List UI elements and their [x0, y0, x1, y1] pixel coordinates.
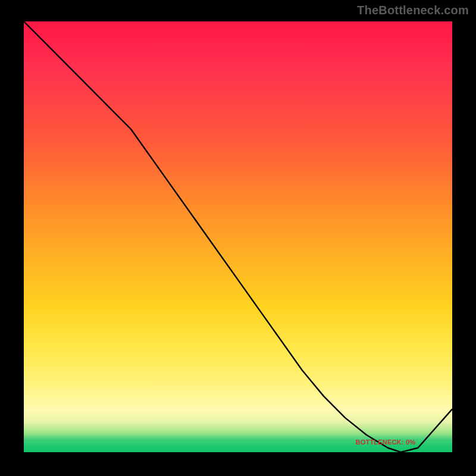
bottleneck-curve	[24, 21, 452, 452]
bottleneck-zero-label: BOTTLENECK: 0%	[356, 439, 416, 446]
plot-area: BOTTLENECK: 0%	[24, 21, 452, 452]
attribution-text: TheBottleneck.com	[357, 4, 469, 17]
chart-frame: TheBottleneck.com BOTTLENECK: 0%	[0, 0, 476, 476]
